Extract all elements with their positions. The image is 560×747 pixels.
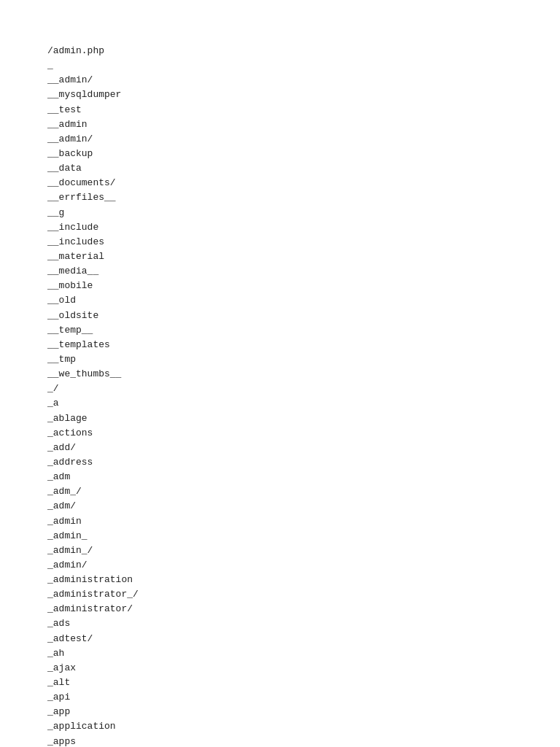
list-item: _a	[47, 396, 560, 411]
list-item: _address	[47, 455, 560, 470]
list-item: __documents/	[47, 176, 560, 190]
list-item: _actions	[47, 426, 560, 441]
file-list: /admin.php___admin/__mysqldumper__test__…	[47, 44, 560, 747]
list-item: __test	[47, 103, 560, 117]
list-item: __includes	[47, 235, 560, 249]
list-item: _	[47, 58, 560, 73]
list-item: _app	[47, 705, 560, 719]
list-item: __backup	[47, 147, 560, 161]
list-item: __mobile	[47, 279, 560, 293]
list-item: _ablage	[47, 411, 560, 426]
list-item: _ajax	[47, 661, 560, 676]
list-item: _alt	[47, 676, 560, 690]
list-item: __mysqldumper	[47, 88, 560, 102]
list-item: _admin	[47, 514, 560, 529]
list-item: _adtest/	[47, 632, 560, 646]
list-item: /admin.php	[47, 44, 560, 58]
list-item: __media__	[47, 264, 560, 279]
list-item: _administrator/	[47, 602, 560, 616]
list-item: _adm/	[47, 499, 560, 514]
list-item: __templates	[47, 338, 560, 352]
list-item: __material	[47, 249, 560, 264]
list-item: _admin/	[47, 558, 560, 573]
list-item: __old	[47, 293, 560, 308]
list-item: __admin/	[47, 132, 560, 147]
list-item: _add/	[47, 441, 560, 455]
list-item: __data	[47, 161, 560, 176]
list-item: _ads	[47, 616, 560, 631]
list-item: _adm	[47, 470, 560, 484]
list-item: _application	[47, 719, 560, 734]
list-item: _admin_	[47, 529, 560, 543]
list-item: _adm_/	[47, 484, 560, 499]
list-item: __admin/	[47, 73, 560, 88]
list-item: __errfiles__	[47, 190, 560, 205]
list-item: __include	[47, 220, 560, 235]
list-item: _api	[47, 690, 560, 705]
list-item: _ah	[47, 646, 560, 661]
list-item: _admin_/	[47, 543, 560, 558]
list-item: __g	[47, 206, 560, 220]
list-item: _administration	[47, 573, 560, 587]
list-item: _administrator_/	[47, 587, 560, 602]
list-item: __admin	[47, 117, 560, 132]
list-item: _/	[47, 382, 560, 396]
list-item: __oldsite	[47, 309, 560, 323]
list-item: _apps	[47, 735, 560, 747]
list-item: __we_thumbs__	[47, 367, 560, 382]
list-item: __temp__	[47, 323, 560, 338]
list-item: __tmp	[47, 352, 560, 367]
